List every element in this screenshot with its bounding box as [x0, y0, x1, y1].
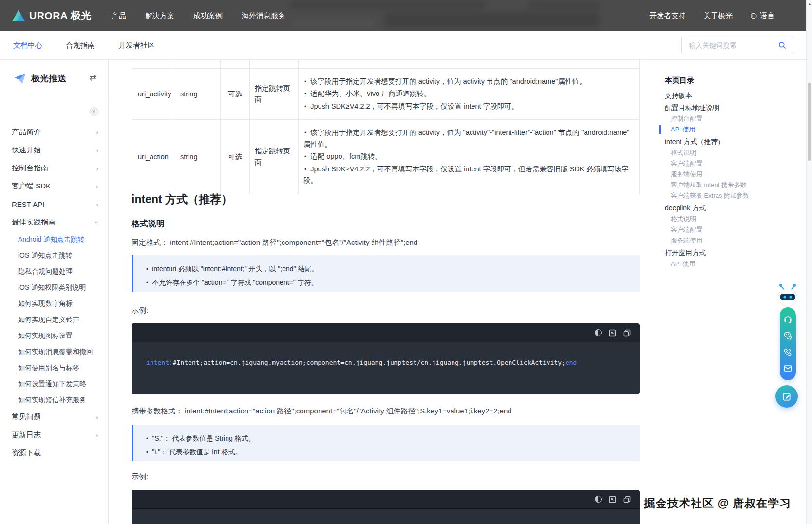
toc-item[interactable]: 格式说明 — [659, 214, 776, 224]
top-nav: URORA 极光 产品 解决方案 成功案例 海外消息服务 开发者支持 关于极光 … — [0, 0, 806, 31]
code-toolbar — [132, 490, 640, 509]
page-toc: 本页目录 支持版本 配置目标地址说明 控制台配置 API 使用 intent 方… — [659, 76, 776, 270]
tab-dev-community[interactable]: 开发者社区 — [118, 41, 155, 50]
toc-item[interactable]: 支持版本 — [659, 91, 776, 100]
search-input[interactable] — [688, 41, 778, 50]
toc-item[interactable]: 客户端获取 intent 携带参数 — [659, 180, 776, 190]
scrollbar[interactable]: ▲ — [806, 0, 812, 524]
toc-item-active[interactable]: API 使用 — [659, 125, 776, 134]
robot-mascot[interactable] — [777, 282, 798, 310]
sidebar: 极光推送 ⇄ » 产品简介› 快速开始› 控制台指南› 客户端 SDK› RES… — [0, 60, 109, 524]
tab-doc-center[interactable]: 文档中心 — [13, 41, 42, 50]
nav-item-cases[interactable]: 成功案例 — [193, 11, 223, 20]
phone-icon[interactable] — [783, 348, 793, 357]
toc-item[interactable]: 客户端配置 — [659, 159, 776, 168]
nav-item-dev-support[interactable]: 开发者支持 — [649, 11, 686, 20]
bullet-icon: • — [146, 449, 148, 456]
toc-item[interactable]: 配置目标地址说明 — [659, 103, 776, 112]
search-icon[interactable] — [778, 41, 787, 50]
nav-item-overseas[interactable]: 海外消息服务 — [242, 11, 285, 20]
sidebar-subitem-android-jump[interactable]: Android 通知点击跳转 — [0, 231, 108, 247]
switch-product-icon[interactable]: ⇄ — [90, 74, 96, 82]
aurora-logo[interactable]: URORA 极光 — [12, 0, 92, 31]
sidebar-subitem-ios-permission[interactable]: iOS 通知权限类别说明 — [0, 280, 108, 296]
bullet-icon: • — [304, 153, 306, 160]
chevron-right-icon: › — [96, 165, 98, 172]
scrollbar-thumb[interactable] — [808, 83, 811, 161]
sidebar-subitem-badge[interactable]: 如何实现数字角标 — [0, 296, 108, 312]
sidebar-item-downloads[interactable]: 资源下载 — [0, 444, 108, 462]
sidebar-item-faq[interactable]: 常见问题› — [0, 408, 108, 426]
theme-toggle-icon[interactable] — [595, 496, 602, 503]
sidebar-item-best-practice[interactable]: 最佳实践指南› — [0, 213, 108, 231]
sidebar-item-quick-start[interactable]: 快速开始› — [0, 141, 108, 159]
sidebar-item-rest-api[interactable]: REST API› — [0, 195, 108, 213]
chevron-right-icon: › — [96, 201, 98, 208]
note-box-format-rules: •intenturi 必须以 "intent:#Intent;" 开头，以 ";… — [132, 255, 640, 292]
sidebar-item-product-intro[interactable]: 产品简介› — [0, 123, 108, 141]
nav-item-products[interactable]: 产品 — [112, 11, 126, 20]
copy-icon[interactable] — [623, 329, 631, 337]
example-label: 示例: — [132, 305, 640, 316]
toc-item[interactable]: 客户端获取 Extras 附加参数 — [659, 191, 776, 201]
scroll-up-icon[interactable]: ▲ — [807, 2, 812, 6]
nav-item-solutions[interactable]: 解决方案 — [145, 11, 174, 20]
copy-icon[interactable] — [623, 496, 631, 503]
sidebar-subitem-icon-setting[interactable]: 如何实现图标设置 — [0, 328, 108, 344]
toc-item[interactable]: 服务端使用 — [659, 169, 776, 179]
sidebar-subitem-privacy[interactable]: 隐私合规问题处理 — [0, 263, 108, 280]
sidebar-subitem-push-strategy[interactable]: 如何设置通知下发策略 — [0, 376, 108, 392]
toc-item[interactable]: 服务端使用 — [659, 236, 776, 245]
collapse-menu-button[interactable]: » — [89, 107, 99, 116]
bullet-icon: • — [146, 266, 148, 273]
sidebar-menu: 产品简介› 快速开始› 控制台指南› 客户端 SDK› REST API› 最佳… — [0, 123, 108, 462]
chevron-right-icon: › — [96, 129, 98, 136]
expand-icon[interactable] — [609, 496, 616, 503]
param-required: 可选 — [221, 69, 250, 120]
search-box — [681, 37, 793, 54]
sidebar-item-client-sdk[interactable]: 客户端 SDK› — [0, 177, 108, 195]
toc-item[interactable]: API 使用 — [659, 259, 776, 269]
bullet-icon: • — [304, 166, 306, 173]
bullet-icon: • — [304, 103, 306, 110]
theme-toggle-icon[interactable] — [595, 329, 602, 336]
param-type: string — [174, 120, 221, 194]
push-logo-icon — [14, 72, 26, 85]
tab-compliance-guide[interactable]: 合规指南 — [66, 41, 95, 50]
sidebar-subitem-ios-jump[interactable]: iOS 通知点击跳转 — [0, 247, 108, 263]
nav-item-language[interactable]: 语言 — [750, 11, 774, 20]
section-title: intent 方式（推荐） — [132, 192, 232, 207]
table-row-partial — [132, 60, 640, 69]
param-format-text: 携带参数格式： intent:#Intent;action="action 路径… — [132, 406, 640, 417]
code-content[interactable] — [132, 509, 640, 524]
mail-icon[interactable] — [783, 364, 793, 373]
expand-icon[interactable] — [609, 329, 616, 337]
bullet-icon: • — [304, 91, 306, 97]
wechat-icon[interactable] — [783, 331, 793, 340]
toc-item[interactable]: deeplink 方式 — [659, 203, 776, 213]
headset-icon[interactable] — [783, 315, 793, 324]
bullet-icon: • — [304, 78, 306, 85]
sidebar-subitem-alias-tag[interactable]: 如何使用别名与标签 — [0, 360, 108, 376]
toc-item[interactable]: 客户端配置 — [659, 225, 776, 235]
sidebar-subitem-sms-supplement[interactable]: 如何实现短信补充服务 — [0, 392, 108, 408]
bullet-icon: • — [146, 435, 148, 442]
toc-item[interactable]: 格式说明 — [659, 148, 776, 158]
feedback-edit-button[interactable] — [775, 385, 798, 408]
code-content[interactable]: intent:#Intent;action=cn.jiguang.myactio… — [132, 342, 640, 383]
table-row-uri-action: uri_action string 可选 指定跳转页面 •该字段用于指定开发者想… — [132, 120, 640, 194]
nav-item-about[interactable]: 关于极光 — [703, 11, 733, 20]
param-description: •该字段用于指定开发者想要打开的 activity，值为 "activity"-… — [299, 120, 640, 194]
sidebar-subitem-ringtone[interactable]: 如何实现自定义铃声 — [0, 312, 108, 328]
secondary-nav: 文档中心 合规指南 开发者社区 — [0, 31, 806, 60]
sidebar-item-console-guide[interactable]: 控制台指南› — [0, 159, 108, 177]
logo-text: URORA 极光 — [29, 9, 92, 22]
sidebar-item-changelog[interactable]: 更新日志› — [0, 426, 108, 444]
param-name: uri_activity — [132, 69, 174, 120]
blurred-content — [529, 2, 599, 9]
sidebar-subitem-msg-override[interactable]: 如何实现消息覆盖和撤回 — [0, 344, 108, 360]
bullet-icon: • — [146, 280, 148, 286]
toc-item[interactable]: 打开应用方式 — [659, 248, 776, 258]
toc-item[interactable]: intent 方式（推荐） — [659, 137, 776, 147]
toc-item[interactable]: 控制台配置 — [659, 114, 776, 124]
